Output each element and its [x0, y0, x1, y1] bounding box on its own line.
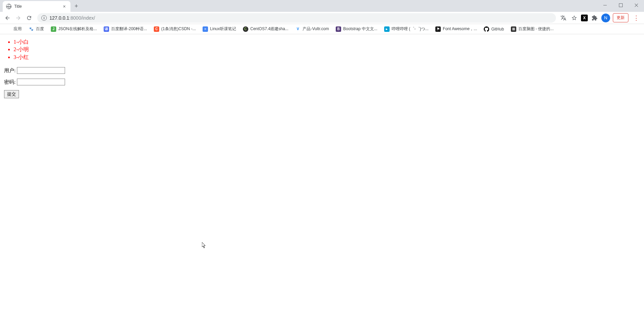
url-path: :8000/index/: [69, 15, 95, 21]
extensions-icon[interactable]: [590, 14, 599, 22]
centos-icon: C: [243, 26, 248, 32]
bookmark-label: 应用: [14, 26, 22, 32]
user-list: 1-小白 2-小明 3-小红: [4, 38, 640, 61]
vultr-icon: V: [295, 26, 300, 32]
bookmark-naotu[interactable]: ⊞ 百度脑图 - 便捷的...: [508, 25, 557, 33]
arrow-right-icon: [15, 15, 21, 21]
tab-title: Title: [14, 4, 59, 9]
translate-icon: 译: [104, 26, 109, 32]
tab-bar: Title × +: [0, 0, 644, 12]
window-controls: [597, 0, 644, 10]
bookmark-label: 百度脑图 - 便捷的...: [518, 26, 554, 32]
bookmark-json[interactable]: J JSON在线解析及格...: [48, 25, 100, 33]
password-row: 密码:: [4, 79, 640, 85]
submit-button[interactable]: 提交: [4, 90, 19, 98]
user-row: 用户:: [4, 67, 640, 74]
bookmark-label: CentOS7.4搭建sha...: [250, 26, 289, 32]
new-tab-button[interactable]: +: [70, 3, 82, 10]
bookmark-label: GitHub: [491, 27, 504, 32]
user-input[interactable]: [17, 67, 65, 74]
password-input[interactable]: [17, 79, 65, 85]
bookmark-centos[interactable]: C CentOS7.4搭建sha...: [240, 25, 291, 33]
more-menu-icon[interactable]: ⋮: [631, 14, 641, 22]
bookmark-label: 哔哩哔哩 (゜-゜)つ...: [392, 26, 429, 32]
baidu-icon: 🐾: [28, 26, 34, 32]
bookmark-label: Font Awesome，...: [443, 26, 477, 32]
fontawesome-icon: ⚑: [435, 26, 441, 32]
bookmark-vultr[interactable]: V 产品-Vultr.com: [292, 25, 332, 33]
bookmark-baidu[interactable]: 🐾 百度: [26, 25, 47, 33]
url-host: 127.0.0.1: [49, 15, 69, 21]
docs-icon: ≡: [203, 26, 208, 32]
browser-tab[interactable]: Title ×: [3, 1, 70, 12]
bookmark-bootstrap[interactable]: B Bootstrap 中文文...: [333, 25, 380, 33]
bookmark-label: Linux听课笔记: [210, 26, 236, 32]
forward-button[interactable]: [14, 13, 23, 23]
bookmark-label: 产品-Vultr.com: [303, 26, 329, 32]
page-content: 1-小白 2-小明 3-小红 用户: 密码: 提交: [0, 34, 644, 102]
bilibili-icon: ▸: [384, 26, 390, 32]
close-window-button[interactable]: [628, 0, 644, 10]
bookmark-bilibili[interactable]: ▸ 哔哩哔哩 (゜-゜)つ...: [381, 25, 431, 33]
password-label: 密码:: [4, 79, 16, 85]
list-item: 2-小明: [14, 46, 640, 53]
close-tab-icon[interactable]: ×: [62, 3, 67, 10]
update-button[interactable]: 更新: [613, 13, 628, 22]
reload-button[interactable]: [24, 13, 34, 23]
bookmark-github[interactable]: GitHub: [481, 25, 506, 33]
url-text: 127.0.0.1:8000/index/: [49, 15, 552, 21]
back-button[interactable]: [3, 13, 12, 23]
arrow-left-icon: [4, 15, 11, 21]
bootstrap-icon: B: [336, 26, 341, 32]
bookmarks-bar: 应用 🐾 百度 J JSON在线解析及格... 译 百度翻译-200种语... …: [0, 24, 644, 34]
list-item: 1-小白: [14, 38, 640, 46]
bookmark-label: (1条消息)CSDN -...: [161, 26, 196, 32]
info-icon[interactable]: i: [41, 15, 47, 21]
bookmark-apps[interactable]: 应用: [3, 25, 24, 33]
bookmark-fontawesome[interactable]: ⚑ Font Awesome，...: [433, 25, 480, 33]
globe-icon: [6, 4, 12, 9]
reload-icon: [26, 15, 32, 21]
apps-grid-icon: [6, 26, 12, 32]
toolbar: i 127.0.0.1:8000/index/ X N 更新 ⋮: [0, 12, 644, 24]
list-item: 3-小红: [14, 54, 640, 61]
address-bar[interactable]: i 127.0.0.1:8000/index/: [37, 13, 556, 23]
user-label: 用户:: [4, 67, 16, 74]
bookmark-label: 百度翻译-200种语...: [111, 26, 147, 32]
bookmark-label: Bootstrap 中文文...: [343, 26, 377, 32]
extension-x-icon[interactable]: X: [581, 15, 588, 21]
github-icon: [484, 26, 489, 32]
mindmap-icon: ⊞: [511, 26, 516, 32]
toolbar-right: X N 更新 ⋮: [559, 13, 641, 22]
profile-avatar[interactable]: N: [601, 14, 610, 22]
json-icon: J: [51, 26, 56, 32]
minimize-button[interactable]: [597, 0, 613, 10]
csdn-icon: C: [154, 26, 159, 32]
bookmark-label: 百度: [36, 26, 44, 32]
bookmark-csdn[interactable]: C (1条消息)CSDN -...: [151, 25, 199, 33]
bookmark-label: JSON在线解析及格...: [58, 26, 97, 32]
bookmark-star-icon[interactable]: [570, 14, 578, 22]
maximize-button[interactable]: [613, 0, 628, 10]
bookmark-linux[interactable]: ≡ Linux听课笔记: [200, 25, 239, 33]
bookmark-translate[interactable]: 译 百度翻译-200种语...: [101, 25, 150, 33]
translate-icon[interactable]: [559, 14, 567, 22]
